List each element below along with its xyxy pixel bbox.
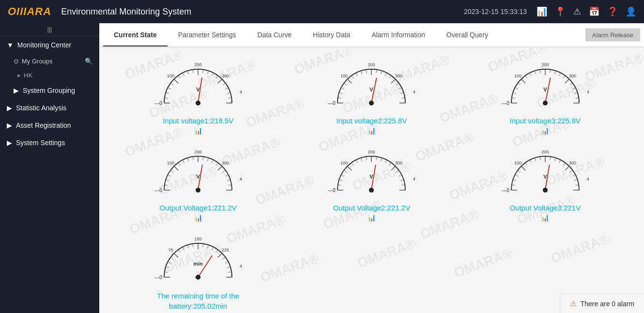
my-groups-icon: ⊙ (14, 58, 19, 65)
gauge-svg: 100200300 —0 400 V (328, 144, 415, 200)
sidebar-item-monitoring-center[interactable]: ▼ Monitoring Center (0, 36, 99, 54)
main-layout: ||| ▼ Monitoring Center ⊙ My Groups 🔍 HK… (0, 23, 644, 313)
svg-line-90 (168, 175, 171, 176)
sidebar-item-statistic-analysis[interactable]: ▶ Statistic Analysis (0, 99, 99, 117)
gauge-chart-icon-4[interactable]: 📊 (368, 214, 376, 222)
location-icon[interactable]: 📍 (555, 6, 566, 17)
tab-overall-query[interactable]: Overall Query (436, 24, 499, 46)
tab-parameter-settings[interactable]: Parameter Settings (168, 24, 247, 46)
svg-line-146 (512, 185, 515, 185)
statistic-arrow: ▶ (7, 104, 12, 112)
svg-point-144 (369, 188, 374, 193)
svg-line-63 (521, 79, 525, 84)
gauge-label-3: Output Voltage1:221.2V (160, 204, 237, 212)
svg-line-89 (166, 179, 169, 180)
gauge-chart-icon-3[interactable]: 📊 (194, 214, 202, 222)
gauge-label-2: Input voltage3:225.9V (510, 117, 581, 125)
svg-text:100: 100 (514, 74, 521, 78)
tab-current-state[interactable]: Current State (103, 24, 168, 46)
svg-line-40 (376, 70, 377, 73)
svg-line-175 (165, 272, 168, 272)
svg-line-100 (212, 160, 214, 163)
svg-text:—0: —0 (502, 188, 509, 193)
sidebar-item-system-grouping[interactable]: ▶ System Grouping (0, 82, 99, 99)
svg-line-163 (574, 179, 578, 180)
svg-text:—0: —0 (328, 101, 336, 106)
svg-line-14 (216, 75, 218, 78)
svg-line-201 (198, 256, 212, 277)
collapse-bar: ||| (0, 23, 99, 36)
gauge-chart-icon-2[interactable]: 📊 (541, 127, 549, 134)
gauge-cell-1: 100200300 —0 400 V Input voltage2:225.8V… (287, 57, 456, 134)
sidebar-item-my-groups[interactable]: ⊙ My Groups 🔍 (0, 54, 99, 69)
alarm-bar-text: There are 0 alarm (581, 300, 634, 308)
svg-text:100: 100 (340, 161, 348, 165)
collapse-button[interactable]: ||| (47, 26, 52, 33)
logo: OIIIARA (8, 5, 51, 18)
svg-line-3 (168, 88, 171, 89)
svg-line-30 (338, 98, 341, 98)
gauge-chart-icon-5[interactable]: 📊 (541, 214, 549, 222)
svg-text:V: V (543, 87, 547, 92)
svg-text:200: 200 (368, 62, 375, 67)
alarm-icon[interactable]: ⚠ (573, 6, 581, 17)
svg-line-102 (218, 166, 222, 171)
svg-text:200: 200 (541, 62, 549, 67)
svg-line-95 (188, 158, 189, 161)
sidebar: ||| ▼ Monitoring Center ⊙ My Groups 🔍 HK… (0, 23, 99, 313)
gauge-grid: OMARA®OMARA®OMARA®OMARA®OMARA®OMARA®OMAR… (99, 47, 644, 313)
calendar-icon[interactable]: 📅 (589, 6, 599, 17)
svg-text:300: 300 (396, 161, 403, 165)
svg-line-133 (399, 175, 402, 176)
chart-icon[interactable]: 📊 (537, 6, 547, 17)
sidebar-item-asset-registration[interactable]: ▶ Asset Registration (0, 117, 99, 134)
gauge-svg: 100200300 —0 400 V (502, 57, 589, 113)
tab-history-data[interactable]: History Data (302, 24, 361, 46)
svg-text:400: 400 (413, 89, 415, 94)
svg-line-101 (216, 163, 218, 165)
svg-line-71 (559, 73, 560, 76)
svg-line-157 (554, 158, 555, 161)
svg-point-202 (196, 275, 200, 280)
svg-line-117 (338, 185, 341, 185)
alarm-release-button[interactable]: Alarm Release (585, 29, 640, 42)
tab-data-curve[interactable]: Data Curve (247, 24, 303, 46)
svg-line-148 (515, 175, 518, 176)
svg-text:400: 400 (240, 177, 242, 181)
gauge-cell-6: 75150225 —0 400 min The remaining time o… (114, 231, 282, 313)
gauge-chart-icon-0[interactable]: 📊 (194, 127, 202, 134)
search-icon[interactable]: 🔍 (85, 58, 92, 65)
svg-text:—0: —0 (502, 101, 509, 106)
svg-line-176 (166, 267, 169, 268)
svg-line-1 (165, 98, 168, 98)
svg-line-31 (339, 92, 343, 93)
svg-line-2 (166, 92, 169, 93)
svg-line-127 (376, 157, 377, 160)
gauge-cell-3: 100200300 —0 400 V Output Voltage1:221.2… (114, 144, 282, 222)
tab-alarm-information[interactable]: Alarm Information (361, 24, 435, 46)
svg-line-164 (575, 185, 579, 185)
sidebar-item-system-settings[interactable]: ▶ System Settings (0, 134, 99, 151)
sidebar-item-hk[interactable]: HK (0, 69, 99, 82)
gauge-label-4: Output Voltage2:221.2V (333, 204, 410, 212)
svg-line-150 (521, 166, 525, 171)
user-icon[interactable]: 👤 (626, 6, 636, 17)
alarm-bar-icon: ⚠ (570, 299, 577, 308)
tabs-bar: Current State Parameter Settings Data Cu… (99, 23, 644, 47)
svg-line-161 (570, 170, 573, 172)
gauge-label-6: The remaining time of the battery:205.02… (150, 291, 246, 311)
help-icon[interactable]: ❓ (607, 6, 618, 17)
svg-line-178 (171, 257, 174, 259)
svg-line-158 (559, 160, 560, 163)
svg-line-66 (535, 71, 536, 74)
svg-line-6 (178, 75, 180, 78)
svg-line-180 (178, 250, 180, 253)
svg-line-61 (515, 88, 518, 89)
svg-text:—0: —0 (328, 188, 336, 193)
svg-line-46 (399, 88, 402, 89)
svg-line-122 (352, 163, 353, 165)
svg-text:300: 300 (569, 74, 576, 78)
gauge-chart-icon-1[interactable]: 📊 (368, 127, 376, 134)
svg-line-120 (344, 170, 347, 172)
svg-text:100: 100 (167, 161, 174, 165)
